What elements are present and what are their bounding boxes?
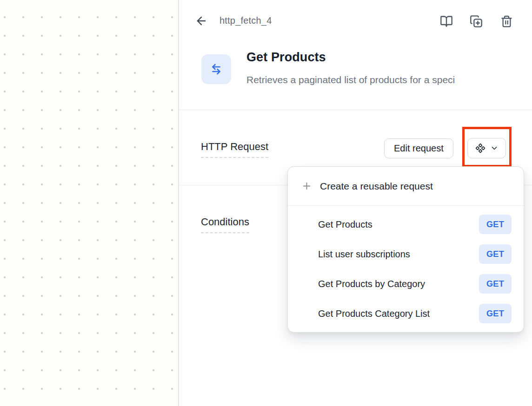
menu-item-create-reusable-request[interactable]: Create a reusable request xyxy=(288,167,524,205)
docs-button[interactable] xyxy=(439,14,454,29)
node-details-panel: http_fetch_4 xyxy=(179,0,532,406)
menu-item-label: List user subscriptions xyxy=(318,249,410,260)
method-badge: GET xyxy=(479,274,512,294)
edit-request-button[interactable]: Edit request xyxy=(384,138,453,158)
chevron-down-icon xyxy=(490,144,499,152)
app: http_fetch_4 xyxy=(0,0,532,406)
menu-item-label: Get Products Category List xyxy=(318,308,430,319)
component-icon xyxy=(475,143,485,153)
book-open-icon xyxy=(440,15,453,28)
menu-item-request[interactable]: List user subscriptions GET xyxy=(288,239,524,269)
arrow-left-icon xyxy=(195,14,208,27)
menu-item-label: Get Products by Category xyxy=(318,279,425,289)
menu-list: Get Products GET List user subscriptions… xyxy=(288,206,524,332)
node-type-tile xyxy=(201,54,231,84)
menu-item-request[interactable]: Get Products Category List GET xyxy=(288,299,524,328)
swap-arrows-icon xyxy=(209,62,223,76)
delete-button[interactable] xyxy=(499,14,513,29)
duplicate-button[interactable] xyxy=(469,14,484,29)
method-badge: GET xyxy=(479,244,512,264)
method-badge: GET xyxy=(479,215,512,234)
reusable-request-dropdown-button[interactable] xyxy=(467,138,506,158)
menu-item-label: Get Products xyxy=(318,219,372,230)
node-id: http_fetch_4 xyxy=(219,15,272,26)
copy-plus-icon xyxy=(470,15,483,28)
back-button[interactable] xyxy=(194,14,208,28)
node-description: Retrieves a paginated list of products f… xyxy=(246,74,525,85)
workflow-canvas[interactable] xyxy=(0,0,179,406)
menu-item-request[interactable]: Get Products GET xyxy=(288,210,524,239)
menu-item-request[interactable]: Get Products by Category GET xyxy=(288,269,524,299)
trash-icon xyxy=(500,15,513,28)
menu-item-label: Create a reusable request xyxy=(320,181,433,192)
method-badge: GET xyxy=(479,304,512,323)
node-title: Get Products xyxy=(246,50,326,65)
conditions-label[interactable]: Conditions xyxy=(201,216,249,233)
http-request-label[interactable]: HTTP Request xyxy=(201,141,268,158)
divider xyxy=(179,110,532,110)
reusable-request-menu: Create a reusable request Get Products G… xyxy=(287,166,524,333)
plus-icon xyxy=(301,181,312,191)
